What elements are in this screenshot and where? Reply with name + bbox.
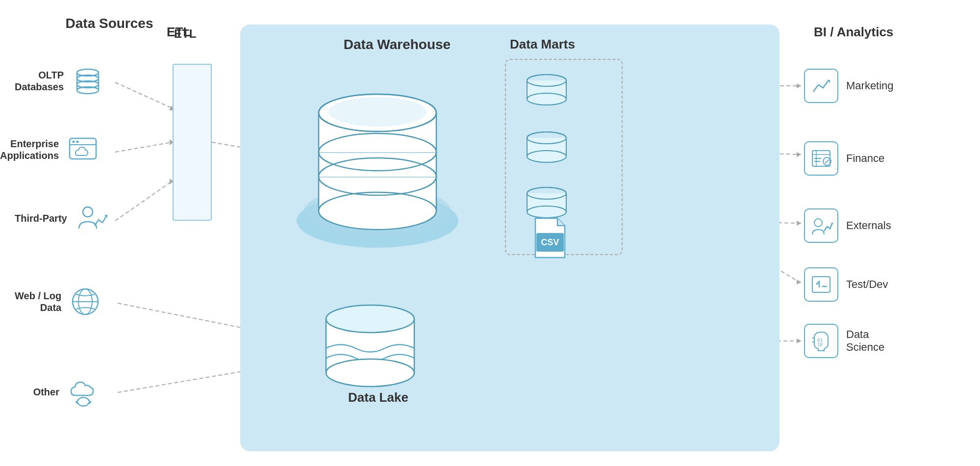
source-thirdparty: Third-Party	[15, 201, 108, 235]
source-weblog-label: Web / LogData	[15, 290, 61, 313]
finance-chart-icon	[809, 147, 833, 170]
svg-text:10: 10	[817, 342, 823, 347]
data-lake-visual	[316, 299, 424, 392]
svg-marker-54	[75, 400, 78, 404]
svg-line-0	[115, 82, 172, 108]
marketing-chart-icon	[809, 74, 833, 98]
svg-point-48	[83, 207, 93, 217]
svg-marker-26	[797, 152, 802, 157]
data-mart-cyl-2	[522, 130, 571, 164]
externals-icon	[809, 214, 833, 237]
testdev-label: Test/Dev	[846, 278, 888, 291]
externals-icon-box	[804, 208, 838, 243]
data-mart-cyl-1	[522, 73, 571, 107]
source-oltp: OLTPDatabases	[15, 64, 105, 98]
svg-marker-24	[797, 83, 802, 88]
diagram-container: Data Sources ETL ETL Data Warehouse Data…	[0, 0, 980, 466]
testdev-icon	[809, 273, 833, 296]
source-other-label: Other	[0, 386, 59, 398]
datascience-label: DataScience	[846, 328, 884, 354]
data-mart-cyl-3	[522, 185, 571, 220]
source-enterprise: EnterpriseApplications	[0, 132, 100, 167]
svg-marker-28	[797, 221, 802, 226]
testdev-icon-box	[804, 267, 838, 302]
svg-line-2	[115, 142, 172, 152]
bi-finance: Finance	[804, 141, 884, 176]
enterprise-icon	[66, 132, 100, 167]
svg-text:CSV: CSV	[541, 237, 559, 247]
svg-point-47	[76, 141, 79, 143]
svg-point-101	[814, 219, 822, 227]
svg-marker-30	[797, 280, 802, 285]
svg-rect-103	[812, 277, 830, 292]
data-marts-title: Data Marts	[510, 37, 575, 52]
etl-label: ETL	[174, 27, 196, 41]
svg-point-62	[328, 97, 427, 127]
svg-line-4	[115, 181, 172, 221]
datascience-icon-box: 01 10	[804, 324, 838, 358]
finance-label: Finance	[846, 152, 884, 165]
bi-externals: Externals	[804, 208, 891, 243]
svg-rect-59	[319, 177, 436, 178]
weblog-icon	[68, 285, 102, 319]
bi-testdev: Test/Dev	[804, 267, 888, 302]
other-icon	[66, 375, 101, 409]
data-warehouse-title: Data Warehouse	[319, 37, 476, 52]
source-weblog: Web / LogData	[15, 285, 102, 319]
finance-icon-box	[804, 141, 838, 176]
source-oltp-label: OLTPDatabases	[15, 69, 64, 93]
svg-point-69	[326, 305, 414, 333]
data-sources-title: Data Sources	[65, 15, 153, 32]
etl-box	[173, 64, 212, 221]
thirdparty-icon	[74, 201, 108, 235]
datascience-icon: 01 10	[809, 329, 833, 353]
svg-point-46	[73, 141, 75, 143]
csv-icon: CSV	[530, 216, 570, 260]
marketing-label: Marketing	[846, 79, 894, 92]
source-other: Other	[0, 375, 101, 409]
bi-analytics-title: BI / Analytics	[814, 25, 893, 40]
svg-marker-32	[797, 338, 802, 343]
svg-point-60	[319, 192, 436, 230]
externals-label: Externals	[846, 219, 891, 232]
svg-point-75	[527, 93, 566, 105]
svg-point-70	[326, 359, 414, 387]
svg-point-81	[527, 151, 566, 162]
bi-datascience: 01 10 DataScience	[804, 324, 884, 358]
svg-line-100	[825, 159, 829, 163]
source-thirdparty-label: Third-Party	[15, 212, 67, 224]
marketing-icon-box	[804, 69, 838, 103]
oltp-icon	[71, 64, 105, 98]
source-enterprise-label: EnterpriseApplications	[0, 138, 59, 161]
bi-marketing: Marketing	[804, 69, 894, 103]
data-warehouse-visual	[284, 59, 471, 255]
svg-rect-58	[319, 152, 436, 153]
